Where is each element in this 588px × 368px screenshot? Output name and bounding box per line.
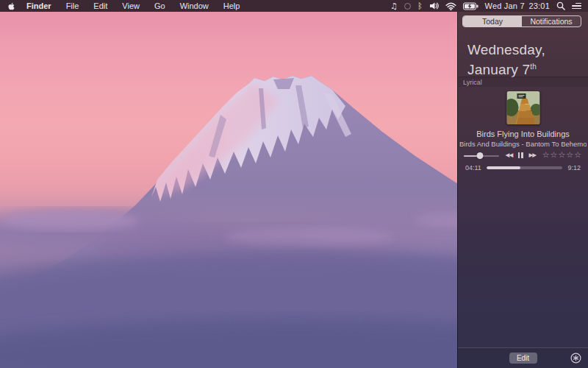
date-line2: January 7th [467, 58, 545, 78]
wifi-icon[interactable] [445, 2, 456, 10]
nc-tab-switcher: Today Notifications [462, 15, 581, 27]
menu-clock[interactable]: Wed Jan 7 23:01 [485, 1, 550, 10]
total-time: 9:12 [567, 164, 581, 171]
today-date: Wednesday, January 7th [467, 41, 545, 78]
next-track-button[interactable]: ▶▶ [529, 152, 537, 159]
apple-menu[interactable] [0, 2, 21, 10]
now-playing-icon[interactable]: ♫ [390, 1, 398, 11]
menu-bar: Finder File Edit View Go Window Help ♫ ᛒ… [0, 0, 588, 12]
star-rating[interactable]: ☆☆☆☆☆ [542, 151, 582, 160]
menu-file[interactable]: File [59, 0, 87, 12]
progress-bar[interactable] [487, 166, 563, 169]
nc-footer: Edit [458, 347, 588, 368]
track-artist-album: Birds And Buildings - Bantom To Behemoth [459, 140, 587, 148]
edit-button[interactable]: Edit [509, 353, 537, 364]
track-title: Birds Flying Into Buildings [461, 130, 585, 138]
tab-today[interactable]: Today [463, 16, 522, 26]
elapsed-time: 04:11 [465, 164, 481, 171]
tab-notifications[interactable]: Notifications [522, 16, 581, 26]
extensions-store-icon[interactable] [570, 352, 581, 364]
date-line1: Wednesday, [467, 41, 545, 58]
notification-center-icon[interactable] [572, 3, 581, 10]
volume-slider-knob[interactable] [476, 152, 483, 159]
apple-logo-icon [8, 2, 15, 10]
progress-row: 04:11 9:12 [465, 163, 581, 172]
pause-button[interactable] [518, 152, 523, 158]
bluetooth-icon[interactable]: ᛒ [417, 1, 423, 11]
widget-section-header: Lyrical [458, 77, 588, 87]
spotlight-search-icon[interactable] [556, 1, 565, 10]
menu-finder[interactable]: Finder [21, 0, 59, 12]
volume-slider[interactable] [464, 151, 499, 160]
time-machine-icon[interactable] [404, 3, 411, 10]
previous-track-button[interactable]: ◀◀ [506, 152, 513, 159]
battery-charging-icon[interactable] [463, 2, 478, 10]
menu-edit[interactable]: Edit [86, 0, 115, 12]
notification-center-panel: Today Notifications Wednesday, January 7… [457, 12, 588, 368]
menu-view[interactable]: View [115, 0, 147, 12]
volume-icon[interactable] [429, 1, 439, 10]
date-ordinal: th [530, 63, 537, 71]
album-art[interactable] [506, 91, 539, 124]
playback-controls: ◀◀ ▶▶ ☆☆☆☆☆ [464, 150, 582, 160]
menu-go[interactable]: Go [147, 0, 173, 12]
menu-help[interactable]: Help [216, 0, 248, 12]
menu-window[interactable]: Window [173, 0, 216, 12]
